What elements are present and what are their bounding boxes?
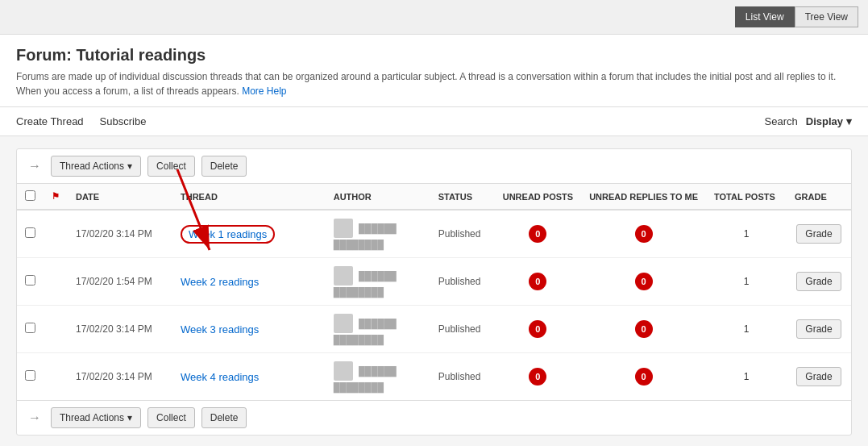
row-unread-posts: 0: [495, 306, 581, 353]
status-text-2: Published: [438, 323, 481, 335]
row-unread-posts: 0: [495, 258, 581, 306]
author-avatar-1: [334, 266, 353, 286]
tree-view-button[interactable]: Tree View: [795, 6, 858, 27]
grade-column-header: GRADE: [787, 184, 851, 210]
table-row: 17/02/20 3:14 PM Week 4 readings ██████ …: [17, 353, 851, 401]
row-status: Published: [430, 210, 495, 258]
bottom-dropdown-icon: ▾: [127, 412, 132, 423]
row-checkbox-cell: [17, 210, 44, 258]
row-author: ██████ ████████: [326, 210, 430, 258]
row-grade: Grade: [787, 210, 851, 258]
thread-actions-button[interactable]: Thread Actions ▾: [51, 156, 141, 177]
forum-description: Forums are made up of individual discuss…: [16, 69, 852, 98]
total-posts-column-header: TOTAL POSTS: [706, 184, 787, 210]
toolbar-left: Create Thread Subscribe: [16, 115, 749, 127]
row-checkbox-cell: [17, 353, 44, 401]
author-column-header: AUTHOR: [326, 184, 430, 210]
row-date: 17/02/20 1:54 PM: [68, 258, 172, 306]
table-container: → Thread Actions ▾ Collect Delete ⚑: [16, 148, 852, 436]
thread-column-header[interactable]: THREAD: [172, 184, 326, 210]
unread-replies-badge-0: 0: [635, 225, 653, 243]
subscribe-button[interactable]: Subscribe: [100, 115, 147, 127]
unread-replies-badge-3: 0: [635, 368, 653, 386]
create-thread-button[interactable]: Create Thread: [16, 115, 84, 127]
row-unread-posts: 0: [495, 210, 581, 258]
unread-posts-column-header: UNREAD POSTS: [495, 184, 581, 210]
search-link[interactable]: Search: [765, 115, 798, 127]
row-unread-replies: 0: [581, 210, 706, 258]
table-row: 17/02/20 3:14 PM Week 1 readings ██████ …: [17, 210, 851, 258]
row-checkbox-2[interactable]: [25, 323, 35, 333]
thread-link-2[interactable]: Week 3 readings: [181, 323, 259, 336]
row-author: ██████ ████████: [326, 306, 430, 353]
toolbar: Create Thread Subscribe Search Display ▾: [0, 107, 868, 136]
table-row: 17/02/20 1:54 PM Week 2 readings ██████ …: [17, 258, 851, 306]
table-row: 17/02/20 3:14 PM Week 3 readings ██████ …: [17, 306, 851, 353]
grade-button-1[interactable]: Grade: [796, 272, 841, 291]
row-grade: Grade: [787, 258, 851, 306]
select-all-checkbox[interactable]: [25, 190, 35, 201]
row-thread: Week 4 readings: [172, 353, 326, 401]
row-checkbox-1[interactable]: [25, 275, 35, 286]
row-status: Published: [430, 353, 495, 401]
header-bar: List View Tree View: [0, 0, 868, 35]
row-checkbox-3[interactable]: [25, 370, 35, 381]
dropdown-icon: ▾: [127, 160, 132, 172]
unread-posts-badge-3: 0: [529, 368, 546, 386]
main-content: → Thread Actions ▾ Collect Delete ⚑: [0, 136, 868, 446]
bottom-table-toolbar: → Thread Actions ▾ Collect Delete: [17, 400, 851, 435]
status-column-header: STATUS: [430, 184, 495, 210]
delete-button[interactable]: Delete: [201, 156, 247, 177]
more-help-link[interactable]: More Help: [242, 85, 286, 97]
status-text-1: Published: [438, 276, 481, 287]
row-unread-replies: 0: [581, 258, 706, 306]
row-author: ██████ ████████: [326, 353, 430, 401]
row-flag-cell: [44, 210, 68, 258]
select-all-header: [17, 184, 44, 210]
row-total-posts: 1: [706, 210, 787, 258]
row-grade: Grade: [787, 306, 851, 353]
thread-link-0[interactable]: Week 1 readings: [181, 225, 275, 244]
grade-button-2[interactable]: Grade: [796, 319, 841, 339]
row-checkbox-cell: [17, 258, 44, 306]
row-total-posts: 1: [706, 353, 787, 401]
view-toggle: List View Tree View: [735, 6, 858, 27]
forum-header: Forum: Tutorial readings Forums are made…: [0, 35, 868, 107]
unread-replies-column-header: UNREAD REPLIES TO ME: [581, 184, 706, 210]
date-column-header[interactable]: DATE: [68, 184, 172, 210]
bottom-thread-actions-button[interactable]: Thread Actions ▾: [51, 407, 141, 428]
row-unread-replies: 0: [581, 353, 706, 401]
row-unread-replies: 0: [581, 306, 706, 353]
unread-replies-badge-2: 0: [635, 320, 653, 338]
bottom-delete-button[interactable]: Delete: [201, 407, 247, 428]
row-total-posts: 1: [706, 258, 787, 306]
status-text-3: Published: [438, 371, 481, 382]
status-text-0: Published: [438, 228, 481, 240]
author-avatar-3: [334, 361, 353, 381]
bottom-expand-arrow-button[interactable]: →: [25, 409, 44, 427]
row-author: ██████ ████████: [326, 258, 430, 306]
bottom-collect-button[interactable]: Collect: [147, 407, 195, 428]
collect-button[interactable]: Collect: [147, 156, 195, 177]
unread-posts-badge-0: 0: [529, 225, 546, 243]
display-button[interactable]: Display ▾: [806, 115, 852, 127]
grade-button-0[interactable]: Grade: [796, 224, 841, 244]
row-checkbox-cell: [17, 306, 44, 353]
row-status: Published: [430, 258, 495, 306]
row-thread: Week 2 readings: [172, 258, 326, 306]
flag-header: ⚑: [44, 184, 68, 210]
expand-arrow-button[interactable]: →: [25, 157, 44, 175]
threads-table: ⚑ DATE THREAD AUTHOR STATUS UNREAD POSTS…: [17, 184, 851, 400]
row-date: 17/02/20 3:14 PM: [68, 210, 172, 258]
chevron-down-icon: ▾: [846, 115, 852, 127]
list-view-button[interactable]: List View: [735, 6, 795, 27]
grade-button-3[interactable]: Grade: [796, 367, 841, 386]
unread-posts-badge-1: 0: [529, 273, 546, 290]
row-checkbox-0[interactable]: [25, 227, 35, 238]
thread-link-3[interactable]: Week 4 readings: [181, 371, 259, 383]
row-unread-posts: 0: [495, 353, 581, 401]
row-grade: Grade: [787, 353, 851, 401]
thread-link-1[interactable]: Week 2 readings: [181, 276, 259, 288]
table-header-row: ⚑ DATE THREAD AUTHOR STATUS UNREAD POSTS…: [17, 184, 851, 210]
row-thread: Week 1 readings: [172, 210, 326, 258]
